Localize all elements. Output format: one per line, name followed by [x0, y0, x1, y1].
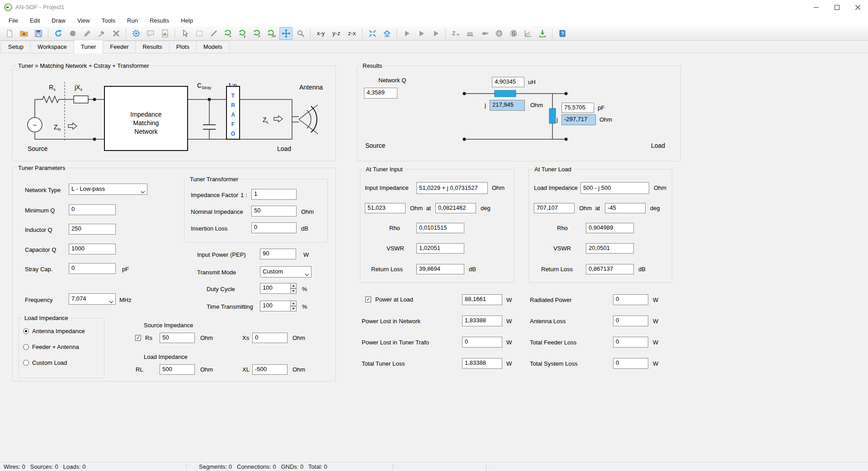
segments-button[interactable] [463, 27, 476, 40]
refresh-button[interactable] [52, 27, 65, 40]
globe-button[interactable] [492, 27, 505, 40]
rotate-3d-button[interactable]: 3D [265, 27, 278, 40]
delete-button[interactable] [109, 27, 123, 40]
xl-field[interactable]: -500 [252, 364, 288, 375]
run-button-1[interactable] [400, 27, 413, 40]
close-button[interactable] [847, 0, 868, 14]
plot-button[interactable] [521, 27, 534, 40]
menu-tools[interactable]: Tools [96, 15, 121, 26]
stray-cap-field[interactable]: 0 [69, 263, 116, 274]
preferences-button[interactable] [129, 27, 142, 40]
radio-custom-load[interactable] [23, 360, 29, 366]
run-button-3[interactable] [429, 27, 442, 40]
export-button[interactable] [536, 27, 549, 40]
modify-button[interactable] [95, 27, 108, 40]
radiated-power-value[interactable]: 0 [613, 294, 648, 305]
input-rho-value[interactable]: 0,0101515 [416, 223, 464, 233]
load-magnitude-value[interactable]: 707,107 [534, 203, 575, 213]
zoom-fit-button[interactable] [366, 27, 379, 40]
radio-feeder-antenna[interactable] [23, 344, 29, 350]
time-transmitting-field[interactable]: 100 [260, 301, 291, 311]
load-rho-value[interactable]: 0,904989 [586, 223, 634, 233]
tab-plots[interactable]: Plots [169, 41, 197, 53]
report-button[interactable] [158, 27, 171, 40]
power-lost-trafo-value[interactable]: 0 [462, 337, 502, 348]
menu-file[interactable]: File [3, 15, 24, 26]
inductor-q-field[interactable]: 250 [69, 224, 116, 235]
input-magnitude-value[interactable]: 51,023 [365, 203, 406, 213]
tab-tuner[interactable]: Tuner [74, 40, 103, 53]
draw-line-button[interactable] [207, 27, 220, 40]
menu-draw[interactable]: Draw [46, 15, 71, 26]
power-at-load-value[interactable]: 88,1661 [462, 294, 502, 305]
input-angle-value[interactable]: 0,0821462 [435, 203, 476, 213]
inductor-reactance-value[interactable]: 217,945 [490, 100, 525, 111]
select-button[interactable] [178, 27, 191, 40]
power-lost-network-value[interactable]: 1,83388 [462, 316, 502, 326]
menu-help[interactable]: Help [175, 15, 199, 26]
tab-workspace[interactable]: Workspace [30, 41, 74, 53]
input-power-field[interactable]: 90 [260, 249, 296, 259]
input-vswr-value[interactable]: 1,02051 [416, 243, 464, 254]
duty-cycle-field[interactable]: 100 [260, 283, 291, 294]
tab-models[interactable]: Models [196, 41, 230, 53]
load-impedance-value[interactable]: 500 - j 500 [580, 182, 649, 194]
rl-field[interactable]: 500 [160, 364, 195, 375]
time-transmitting-up-button[interactable] [290, 301, 297, 306]
radio-antenna-impedance[interactable] [23, 328, 29, 334]
pattern-button[interactable] [478, 27, 491, 40]
duty-cycle-down-button[interactable] [290, 288, 297, 294]
save-button[interactable] [32, 27, 45, 40]
capacitor-q-field[interactable]: 1000 [69, 244, 116, 254]
total-tuner-loss-value[interactable]: 1,83388 [462, 358, 502, 369]
maximize-button[interactable] [826, 0, 847, 14]
open-file-button[interactable] [17, 27, 30, 40]
duty-cycle-up-button[interactable] [290, 283, 297, 288]
menu-view[interactable]: View [71, 15, 96, 26]
tab-feeder[interactable]: Feeder [103, 41, 136, 53]
run-button-2[interactable] [415, 27, 428, 40]
rotate-y-button[interactable]: y [236, 27, 249, 40]
menu-edit[interactable]: Edit [24, 15, 46, 26]
rs-field[interactable]: 50 [160, 333, 195, 343]
load-angle-value[interactable]: -45 [605, 203, 646, 213]
stop-button[interactable] [66, 27, 79, 40]
home-button[interactable] [380, 27, 393, 40]
move-button[interactable] [279, 27, 292, 40]
new-file-button[interactable] [3, 27, 16, 40]
total-feeder-loss-value[interactable]: 0 [613, 337, 648, 348]
nominal-impedance-field[interactable]: 50 [251, 206, 297, 217]
plane-xy-button[interactable]: x-y [314, 28, 328, 38]
menu-results[interactable]: Results [144, 15, 175, 26]
rotate-z-button[interactable]: z [250, 27, 264, 40]
transmit-mode-combo[interactable]: Custom [260, 266, 311, 278]
frequency-combo[interactable]: 7,074 [69, 293, 116, 305]
impedance-factor-field[interactable]: 1 [251, 189, 297, 200]
insertion-loss-field[interactable]: 0 [251, 222, 297, 233]
plane-yz-button[interactable]: y-z [329, 28, 343, 38]
load-vswr-value[interactable]: 20,0501 [586, 243, 634, 254]
xs-field[interactable]: 0 [252, 333, 288, 343]
rs-checkbox[interactable]: ✓ [135, 335, 141, 341]
inductance-value[interactable]: 4,90345 [492, 77, 524, 87]
menu-run[interactable]: Run [121, 15, 144, 26]
power-at-load-checkbox[interactable]: ✓ [365, 297, 371, 302]
zoom-button[interactable] [294, 27, 307, 40]
network-type-combo[interactable]: L - Low-pass [69, 184, 147, 195]
input-impedance-value[interactable]: 51,0229 + j 0,0731527 [416, 182, 488, 194]
help-button[interactable]: ? [556, 27, 569, 40]
globe-g-button[interactable]: G [507, 27, 520, 40]
plane-zx-button[interactable]: z-x [345, 28, 359, 38]
time-transmitting-down-button[interactable] [290, 306, 297, 311]
total-system-loss-value[interactable]: 0 [613, 358, 648, 369]
tab-setup[interactable]: Setup [1, 41, 31, 53]
minimum-q-field[interactable]: 0 [69, 204, 116, 215]
antenna-loss-value[interactable]: 0 [613, 316, 648, 326]
load-return-loss-value[interactable]: 0,867137 [586, 264, 634, 274]
impedance-button[interactable]: Z [449, 27, 462, 40]
comment-button[interactable] [144, 27, 157, 40]
capacitor-reactance-value[interactable]: -297,717 [561, 114, 596, 125]
capacitance-value[interactable]: 75,5705 [561, 103, 594, 113]
edit-button[interactable] [80, 27, 94, 40]
tab-results[interactable]: Results [135, 41, 169, 53]
